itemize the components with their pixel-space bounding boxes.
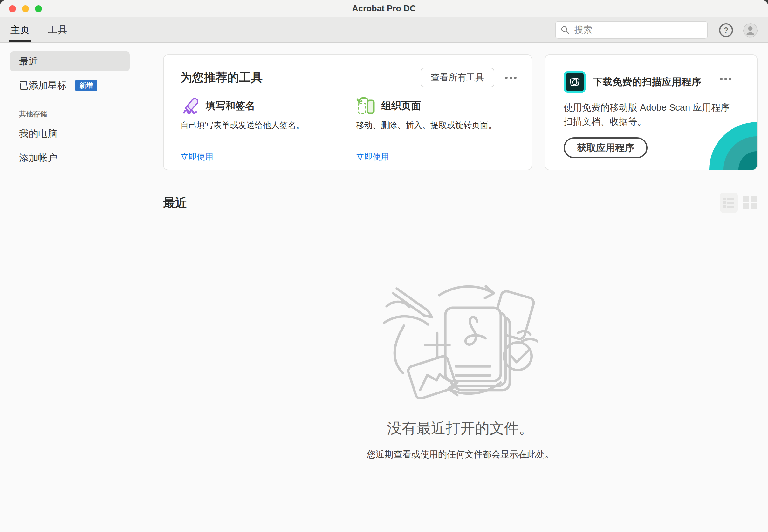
organize-pages-icon	[356, 96, 376, 116]
content-area: 最近 已添加星标 新增 其他存储 我的电脑 添加帐户 为您推荐的工具	[0, 43, 768, 532]
use-now-link-organize-pages[interactable]: 立即使用	[356, 151, 389, 162]
recent-empty-state: 没有最近打开的文件。 您近期查看或使用的任何文件都会显示在此处。	[163, 276, 758, 460]
use-now-link-fill-sign[interactable]: 立即使用	[180, 151, 213, 162]
sidebar-item-add-account[interactable]: 添加帐户	[10, 148, 130, 168]
scan-card-title: 下载免费的扫描应用程序	[593, 75, 701, 89]
tools-card-header: 为您推荐的工具 查看所有工具	[180, 68, 515, 87]
traffic-lights	[9, 5, 42, 12]
recommended-tools-card: 为您推荐的工具 查看所有工具	[163, 54, 532, 170]
sidebar-item-label: 我的电脑	[19, 127, 57, 140]
scan-card-overflow-button[interactable]	[721, 73, 730, 85]
empty-state-title: 没有最近打开的文件。	[163, 419, 758, 438]
sidebar-item-starred[interactable]: 已添加星标 新增	[10, 76, 130, 95]
sidebar-item-label: 已添加星标	[19, 79, 67, 92]
search-box[interactable]	[555, 21, 708, 39]
tab-bar: 主页 工具 ?	[0, 17, 768, 43]
tool-name: 组织页面	[381, 99, 421, 113]
zoom-window-button[interactable]	[35, 5, 42, 12]
adobe-scan-app-icon	[564, 71, 586, 93]
sidebar-item-recent[interactable]: 最近	[10, 51, 130, 71]
tool-header: 填写和签名	[180, 96, 339, 116]
tools-card-overflow-button[interactable]	[506, 72, 515, 84]
ellipsis-icon	[510, 77, 512, 79]
titlebar: Acrobat Pro DC	[0, 0, 768, 17]
get-app-button[interactable]: 获取应用程序	[564, 137, 648, 158]
tool-header: 组织页面	[356, 96, 515, 116]
tool-description: 移动、删除、插入、提取或旋转页面。	[356, 120, 515, 131]
main-panel: 为您推荐的工具 查看所有工具	[152, 43, 768, 532]
help-button[interactable]: ?	[719, 23, 733, 37]
recent-section-header: 最近	[163, 193, 758, 213]
sidebar-section-other-storage: 其他存储	[19, 109, 152, 119]
grid-view-button[interactable]	[742, 196, 758, 210]
view-toggles	[720, 193, 758, 213]
new-badge: 新增	[75, 80, 97, 91]
person-icon	[744, 23, 757, 38]
close-window-button[interactable]	[9, 5, 16, 12]
app-window: Acrobat Pro DC 主页 工具 ? 最近	[0, 0, 768, 532]
search-icon	[561, 25, 569, 35]
adobe-scan-card: 下载免费的扫描应用程序 使用免费的移动版 Adobe Scan 应用程序扫描文档…	[545, 54, 758, 170]
scan-card-header: 下载免费的扫描应用程序	[564, 71, 738, 93]
tools-card-title: 为您推荐的工具	[180, 70, 421, 85]
question-mark-icon: ?	[723, 26, 728, 35]
tool-organize-pages: 组织页面 移动、删除、插入、提取或旋转页面。 立即使用	[356, 96, 515, 162]
promo-cards-row: 为您推荐的工具 查看所有工具	[163, 54, 758, 170]
grid-view-icon	[743, 196, 757, 210]
no-recent-files-illustration	[382, 276, 538, 399]
search-input[interactable]	[574, 24, 702, 35]
list-view-icon	[723, 196, 735, 209]
tab-tools[interactable]: 工具	[46, 17, 69, 42]
ellipsis-icon	[724, 78, 727, 80]
minimize-window-button[interactable]	[22, 5, 29, 12]
sidebar-item-label: 添加帐户	[19, 152, 57, 165]
sidebar-item-my-computer[interactable]: 我的电脑	[10, 124, 130, 144]
sidebar: 最近 已添加星标 新增 其他存储 我的电脑 添加帐户	[0, 43, 152, 532]
recent-section-title: 最近	[163, 195, 720, 211]
tool-description: 自己填写表单或发送给他人签名。	[180, 120, 339, 131]
account-avatar-button[interactable]	[743, 23, 758, 38]
view-all-tools-button[interactable]: 查看所有工具	[421, 68, 494, 87]
window-title: Acrobat Pro DC	[352, 4, 416, 14]
tab-home[interactable]: 主页	[9, 17, 31, 42]
empty-state-subtitle: 您近期查看或使用的任何文件都会显示在此处。	[163, 448, 758, 460]
scan-card-description: 使用免费的移动版 Adobe Scan 应用程序扫描文档、收据等。	[564, 101, 730, 128]
tool-fill-and-sign: 填写和签名 自己填写表单或发送给他人签名。 立即使用	[180, 96, 339, 162]
tool-name: 填写和签名	[206, 99, 255, 113]
tools-card-body: 填写和签名 自己填写表单或发送给他人签名。 立即使用	[180, 96, 515, 162]
fill-sign-pen-icon	[180, 96, 200, 116]
list-view-button[interactable]	[720, 193, 738, 213]
sidebar-item-label: 最近	[19, 55, 38, 68]
